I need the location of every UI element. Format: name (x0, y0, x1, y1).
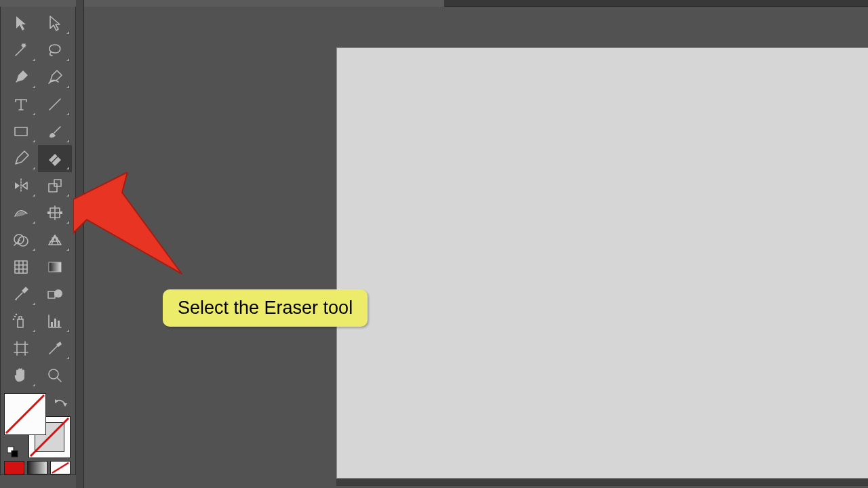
svg-rect-1 (15, 127, 27, 136)
svg-rect-5 (47, 211, 50, 214)
eyedropper-tool[interactable] (4, 281, 38, 308)
reflect-tool[interactable] (4, 172, 38, 199)
curvature-pen-icon (46, 68, 64, 86)
svg-rect-6 (60, 211, 62, 214)
none-fill-icon (5, 394, 45, 434)
curvature-tool[interactable] (38, 64, 72, 91)
svg-rect-9 (15, 261, 27, 273)
width-icon (12, 204, 30, 222)
tool-grid (1, 7, 75, 390)
free-transform-tool[interactable] (38, 199, 72, 226)
svg-rect-3 (54, 180, 61, 186)
mesh-icon (12, 258, 30, 276)
tab-strip (0, 0, 444, 7)
symbol-sprayer-icon (12, 312, 30, 330)
swap-fill-stroke-icon[interactable] (53, 397, 68, 412)
scale-icon (46, 177, 64, 195)
svg-point-12 (54, 289, 62, 298)
line-icon (46, 96, 64, 113)
blend-tool[interactable] (38, 281, 72, 308)
tool-panel (0, 7, 76, 475)
panel-divider (76, 0, 84, 488)
color-mode-gradient[interactable] (27, 461, 47, 474)
svg-rect-17 (51, 322, 53, 327)
hand-icon (12, 367, 30, 384)
eyedropper-icon (12, 285, 30, 303)
eraser-icon (46, 150, 64, 167)
column-graph-icon (46, 312, 64, 330)
line-tool[interactable] (38, 91, 72, 118)
paintbrush-icon (46, 123, 64, 140)
color-mode-none[interactable] (50, 461, 71, 474)
perspective-grid-tool[interactable] (38, 226, 72, 253)
svg-rect-10 (49, 262, 61, 272)
slice-icon (46, 340, 64, 357)
rectangle-icon (12, 123, 30, 140)
zoom-tool[interactable] (38, 362, 72, 389)
gradient-icon (46, 258, 64, 276)
column-graph-tool[interactable] (38, 308, 72, 335)
magic-wand-tool[interactable] (4, 37, 38, 64)
fill-swatch[interactable] (4, 393, 46, 435)
shape-builder-icon (12, 231, 30, 249)
color-section (4, 393, 72, 460)
gradient-tool[interactable] (38, 253, 72, 281)
canvas[interactable] (336, 47, 868, 479)
selection-arrow-icon (12, 14, 30, 32)
svg-rect-24 (12, 451, 18, 457)
svg-point-16 (13, 319, 15, 321)
svg-point-14 (14, 316, 16, 318)
canvas-shadow (336, 479, 868, 486)
lasso-tool[interactable] (38, 37, 72, 64)
none-mode-icon (51, 462, 70, 474)
lasso-icon (46, 41, 64, 59)
color-mode-solid[interactable] (4, 461, 24, 474)
svg-rect-18 (54, 319, 56, 327)
artboard-icon (12, 340, 30, 357)
svg-rect-11 (48, 291, 55, 298)
free-transform-icon (46, 204, 64, 222)
type-icon (12, 96, 30, 113)
symbol-sprayer-tool[interactable] (4, 308, 38, 335)
magic-wand-icon (12, 41, 30, 59)
selection-tool[interactable] (4, 9, 38, 37)
width-tool[interactable] (4, 199, 38, 226)
slice-tool[interactable] (38, 335, 72, 362)
svg-line-21 (6, 395, 44, 433)
hand-tool[interactable] (4, 362, 38, 389)
svg-rect-13 (18, 319, 23, 327)
svg-line-25 (52, 463, 68, 473)
direct-selection-arrow-icon (46, 14, 64, 32)
color-mode-row (1, 460, 75, 474)
svg-rect-2 (49, 184, 57, 192)
perspective-grid-icon (46, 231, 64, 249)
shape-builder-tool[interactable] (4, 226, 38, 253)
default-colors-icon[interactable] (7, 446, 19, 458)
eraser-tool[interactable] (38, 145, 72, 172)
direct-selection-tool[interactable] (38, 9, 72, 37)
pencil-tool[interactable] (4, 145, 38, 172)
rectangle-tool[interactable] (4, 118, 38, 145)
scale-tool[interactable] (38, 172, 72, 199)
pencil-icon (12, 150, 30, 167)
mesh-tool[interactable] (4, 253, 38, 281)
type-tool[interactable] (4, 91, 38, 118)
blend-icon (46, 285, 64, 303)
artboard-tool[interactable] (4, 335, 38, 362)
pen-tool[interactable] (4, 64, 38, 91)
reflect-icon (12, 177, 30, 195)
app-top-bar (0, 0, 868, 7)
svg-rect-19 (58, 321, 60, 327)
pen-icon (12, 68, 30, 86)
annotation-callout: Select the Eraser tool (163, 289, 368, 327)
svg-point-15 (16, 314, 18, 316)
paintbrush-tool[interactable] (38, 118, 72, 145)
document-area (84, 7, 868, 488)
zoom-icon (46, 367, 64, 384)
